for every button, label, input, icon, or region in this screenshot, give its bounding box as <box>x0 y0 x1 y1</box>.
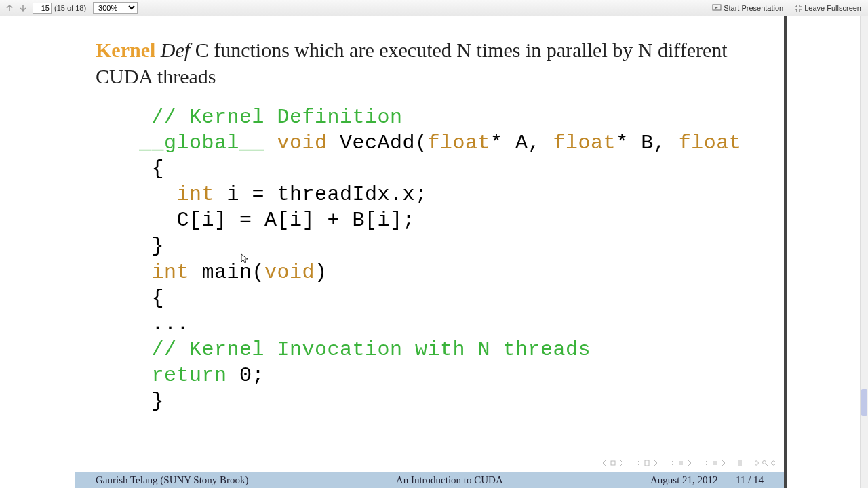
kernel-term: Kernel <box>96 39 155 61</box>
nav-back-icon[interactable] <box>669 460 675 466</box>
def-body: C functions which are executed N times i… <box>96 39 728 87</box>
nav-next-icon[interactable] <box>652 460 659 466</box>
start-presentation-label: Start Presentation <box>724 4 783 12</box>
svg-rect-2 <box>645 460 649 466</box>
nav-prev-icon[interactable] <box>635 460 642 466</box>
slide-nav-icons <box>601 460 777 470</box>
page-number-input[interactable] <box>33 3 52 14</box>
footer-title: An Introduction to CUDA <box>249 474 650 486</box>
leave-fullscreen-button[interactable]: Leave Fullscreen <box>790 1 865 15</box>
footer-date: August 21, 2012 <box>650 474 718 485</box>
nav-rect-icon[interactable] <box>610 460 616 466</box>
nav-fwd2-icon[interactable] <box>720 460 727 466</box>
footer-page: 11 / 14 <box>736 474 764 485</box>
prev-page-arrow[interactable] <box>4 3 15 14</box>
footer-author: Gaurish Telang (SUNY Stony Brook) <box>96 474 249 486</box>
scrollbar-thumb[interactable] <box>861 389 867 416</box>
nav-back2-icon[interactable] <box>703 460 709 466</box>
nav-search-icon[interactable] <box>762 460 768 466</box>
nav-page-icon[interactable] <box>644 460 650 466</box>
nav-lines2-icon[interactable] <box>711 460 718 466</box>
nav-lines-icon[interactable] <box>677 460 684 466</box>
nav-last-icon[interactable] <box>618 460 625 466</box>
vertical-scrollbar[interactable] <box>860 16 868 488</box>
def-term: Def <box>161 39 190 61</box>
toolbar: (15 of 18) 300% Start Presentation Leave… <box>0 0 868 16</box>
nav-redo-icon[interactable] <box>770 460 777 466</box>
slide: Kernel Def C functions which are execute… <box>75 16 787 488</box>
next-page-arrow[interactable] <box>18 3 28 14</box>
definition-text: Kernel Def C functions which are execute… <box>96 37 764 89</box>
zoom-select[interactable]: 300% <box>93 2 138 14</box>
code-block: // Kernel Definition __global__ void Vec… <box>139 104 764 414</box>
start-presentation-button[interactable]: Start Presentation <box>708 1 787 15</box>
svg-rect-1 <box>611 461 615 465</box>
document-viewer: Kernel Def C functions which are execute… <box>0 16 868 488</box>
nav-menu-icon[interactable] <box>736 460 743 466</box>
slide-footer: Gaurish Telang (SUNY Stony Brook) An Int… <box>75 472 784 488</box>
nav-fwd-icon[interactable] <box>686 460 693 466</box>
leave-fullscreen-label: Leave Fullscreen <box>804 4 861 12</box>
fullscreen-exit-icon <box>794 4 802 12</box>
nav-first-icon[interactable] <box>601 460 608 466</box>
page-total-label: (15 of 18) <box>54 4 86 12</box>
svg-point-3 <box>763 461 766 464</box>
nav-undo-icon[interactable] <box>753 460 760 466</box>
presentation-icon <box>712 4 722 12</box>
